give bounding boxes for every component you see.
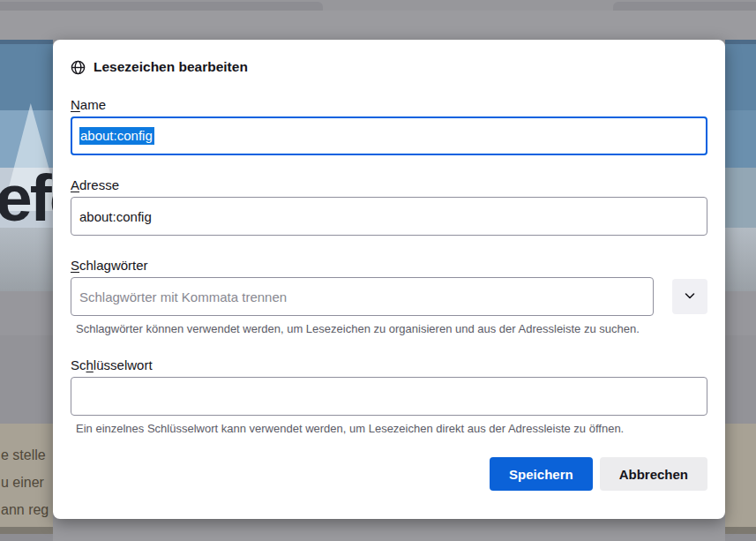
page-band [0, 44, 53, 110]
dialog-button-row: Speichern Abbrechen [71, 457, 707, 491]
page-band [725, 534, 756, 541]
page-band [0, 228, 53, 291]
page-band [725, 291, 756, 335]
page-band [0, 291, 53, 335]
cancel-button[interactable]: Abbrechen [600, 457, 707, 491]
dimmed-page-right [725, 40, 756, 541]
page-text-line: ann reg [1, 496, 49, 523]
tags-field-row [71, 277, 707, 316]
browser-tab [0, 2, 323, 11]
edit-bookmark-dialog: Lesezeichen bearbeiten Name about:config… [53, 40, 725, 519]
name-label: Name [71, 97, 707, 112]
browser-tab [613, 2, 756, 11]
page-paragraph-fragment: e stelle u einer ann reg [1, 441, 49, 523]
page-text-line: u einer [1, 469, 49, 496]
page-band [0, 534, 53, 541]
page-band [725, 424, 756, 527]
keyword-input[interactable] [71, 377, 707, 416]
dialog-header: Lesezeichen bearbeiten [71, 40, 707, 75]
browser-toolbar [0, 11, 756, 40]
tags-input[interactable] [71, 277, 654, 316]
address-input[interactable] [71, 197, 707, 236]
page-band [725, 44, 756, 110]
tags-description: Schlagwörter können verwendet werden, um… [76, 322, 707, 335]
chevron-down-icon [684, 289, 696, 304]
browser-tab-bar [0, 0, 756, 11]
page-band [725, 168, 756, 228]
keyword-description: Ein einzelnes Schlüsselwort kann verwend… [76, 422, 707, 435]
keyword-label: Schlüsselwort [71, 357, 707, 372]
page-band [725, 335, 756, 424]
address-label: Adresse [71, 177, 707, 192]
save-button[interactable]: Speichern [490, 457, 593, 491]
page-band [0, 335, 53, 424]
page-band [725, 527, 756, 534]
page-band [725, 228, 756, 291]
selected-text: about:config [79, 127, 154, 145]
tags-dropdown-button[interactable] [672, 279, 707, 314]
tags-label: Schlagwörter [71, 258, 707, 273]
name-input[interactable]: about:config [71, 116, 707, 155]
page-band [0, 527, 53, 534]
page-hero-text-fragment: efo [0, 160, 53, 236]
page-text-line: e stelle [1, 441, 49, 469]
globe-icon [71, 60, 86, 75]
screen: efo e stelle u einer ann reg [0, 0, 756, 541]
dimmed-page-left: efo e stelle u einer ann reg [0, 40, 53, 541]
page-band [725, 110, 756, 168]
dialog-title: Lesezeichen bearbeiten [94, 59, 248, 75]
